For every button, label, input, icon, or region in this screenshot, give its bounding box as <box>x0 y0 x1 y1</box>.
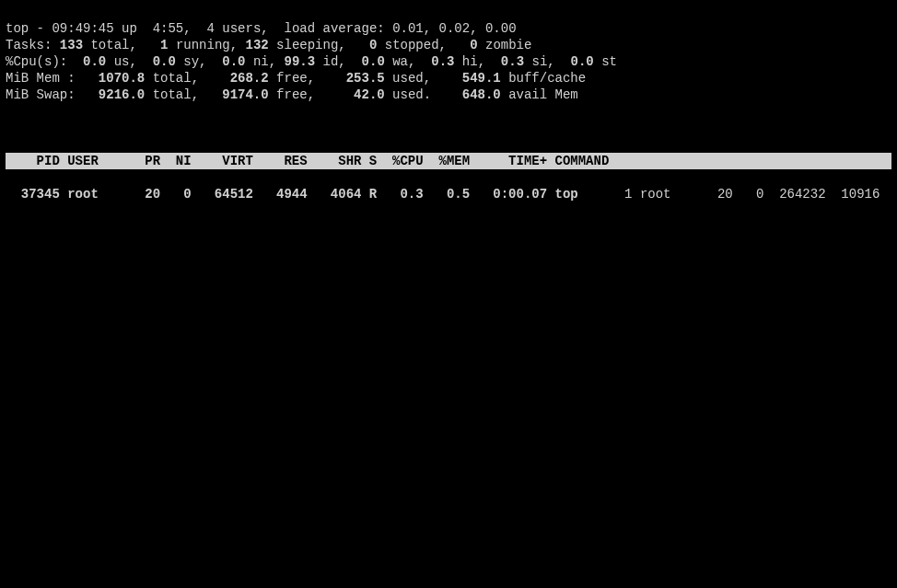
column-header-row[interactable]: PID USER PR NI VIRT RES SHR S %CPU %MEM … <box>6 153 891 169</box>
top-time-line: top - 09:49:45 up 4:55, 4 users, load av… <box>6 21 517 36</box>
process-row: 1 root 20 0 264232 10916 7052 S 0.0 1.0 … <box>578 186 897 202</box>
terminal[interactable]: top - 09:49:45 up 4:55, 4 users, load av… <box>0 0 897 223</box>
column-headers: PID USER PR NI VIRT RES SHR S %CPU %MEM … <box>6 153 891 169</box>
process-list[interactable]: 37345 root 20 0 64512 4944 4064 R 0.3 0.… <box>6 186 891 202</box>
summary-block: top - 09:49:45 up 4:55, 4 users, load av… <box>6 20 891 103</box>
mem-line: MiB Mem : 1070.8 total, 268.2 free, 253.… <box>6 71 586 86</box>
cpu-line: %Cpu(s): 0.0 us, 0.0 sy, 0.0 ni, 99.3 id… <box>6 54 617 69</box>
tasks-line: Tasks: 133 total, 1 running, 132 sleepin… <box>6 38 531 52</box>
swap-line: MiB Swap: 9216.0 total, 9174.0 free, 42.… <box>6 87 578 102</box>
blank-line <box>6 120 891 136</box>
process-row: 37345 root 20 0 64512 4944 4064 R 0.3 0.… <box>6 186 578 202</box>
